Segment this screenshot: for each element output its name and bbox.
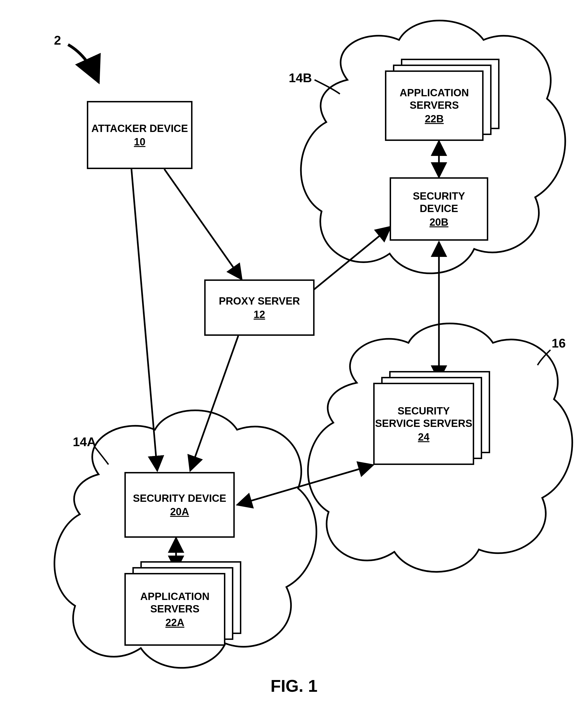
proxy-server-box: PROXY SERVER 12 (204, 279, 315, 336)
cloud-label-16: 16 (552, 336, 566, 350)
security-service-servers-stack: SECURITY SERVICE SERVERS 24 (373, 371, 495, 467)
apps-a-ref: 22A (166, 617, 185, 628)
attacker-ref: 10 (134, 136, 146, 148)
sec-b-ref: 20B (429, 216, 448, 228)
security-device-20b-box: SECURITY DEVICE 20B (390, 177, 488, 241)
cloud-label-14b: 14B (289, 70, 312, 85)
svc-ref: 24 (418, 431, 429, 443)
apps-b-ref: 22B (425, 113, 444, 125)
sec-a-ref: 20A (170, 506, 189, 518)
arrow-attacker-proxy (164, 169, 242, 279)
apps-a-title: APPLICATION SERVERS (126, 590, 224, 615)
figure-ref-arrow (68, 45, 99, 82)
app-servers-22b-stack: APPLICATION SERVERS 22B (385, 59, 502, 143)
sec-b-title: SECURITY DEVICE (393, 190, 485, 215)
figure-ref-main: 2 (54, 33, 61, 47)
proxy-ref: 12 (254, 309, 265, 320)
attacker-device-box: ATTACKER DEVICE 10 (87, 101, 192, 169)
diagram-stage: 2 14B 16 14A ATTACKER DEVICE 10 PROXY SE… (0, 0, 588, 727)
attacker-title: ATTACKER DEVICE (91, 122, 188, 135)
cloud-label-14a: 14A (73, 434, 96, 449)
proxy-title: PROXY SERVER (219, 295, 300, 307)
apps-b-title: APPLICATION SERVERS (386, 87, 482, 111)
sec-a-title: SECURITY DEVICE (133, 492, 226, 505)
app-servers-22a-stack: APPLICATION SERVERS 22A (124, 561, 247, 648)
security-device-20a-box: SECURITY DEVICE 20A (124, 472, 235, 538)
svc-title: SECURITY SERVICE SERVERS (375, 405, 473, 430)
figure-caption: FIG. 1 (0, 676, 588, 695)
